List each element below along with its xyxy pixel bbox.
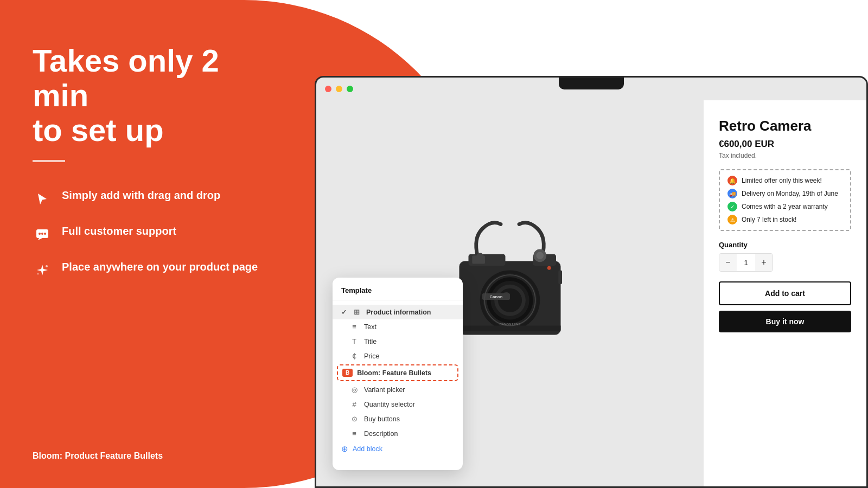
svg-point-4 [46, 265, 48, 267]
laptop-content: Canon CANON LE [316, 100, 866, 486]
template-panel-title: Template [333, 286, 463, 300]
product-info-sidebar: Retro Camera €600,00 EUR Tax included. 🔔… [704, 100, 866, 486]
chat-icon [33, 225, 52, 245]
text-lines-icon: ≡ [350, 323, 359, 331]
quantity-value: 1 [737, 259, 755, 267]
quantity-icon: # [350, 400, 359, 408]
bullet-delivery: 🚚 Delivery on Monday, 19th of June [727, 189, 843, 198]
quantity-increase-button[interactable]: + [755, 254, 773, 271]
bullet-text-warranty: Comes with a 2 year warranty [742, 203, 828, 210]
svg-point-14 [498, 288, 522, 312]
tax-included-text: Tax included. [719, 152, 851, 159]
svg-point-20 [536, 252, 544, 260]
window-dot-yellow [336, 86, 342, 92]
bloom-label: Bloom: Product Feature Bullets [33, 451, 163, 461]
quantity-label: Quantity [719, 241, 851, 249]
feature-text-support: Full customer support [62, 224, 176, 238]
feature-text-drag-drop: Simply add with drag and drop [62, 188, 220, 202]
product-price: €600,00 EUR [719, 139, 851, 150]
description-icon: ≡ [350, 429, 359, 438]
svg-point-2 [41, 233, 43, 235]
check-icon: ✓ [341, 309, 347, 316]
feature-item-drag-drop: Simply add with drag and drop [33, 188, 271, 209]
svg-text:Canon: Canon [490, 294, 503, 299]
feature-bullets-box: 🔔 Limited offer only this week! 🚚 Delive… [719, 169, 851, 231]
bullet-warranty: ✓ Comes with a 2 year warranty [727, 202, 843, 211]
price-icon: ₵ [350, 352, 359, 360]
add-to-cart-button[interactable]: Add to cart [719, 281, 851, 305]
headline-line2: to set up [33, 112, 164, 147]
template-item-quantity-selector[interactable]: # Quantity selector [333, 397, 463, 412]
headline-divider [33, 160, 65, 162]
bullet-text-stock: Only 7 left in stock! [742, 216, 796, 223]
variant-picker-label: Variant picker [364, 386, 405, 394]
title-icon: T [350, 337, 359, 345]
left-panel: Takes only 2 min to set up Simply add wi… [0, 0, 304, 488]
bullet-icon-delivery: 🚚 [727, 189, 737, 198]
quantity-control: − 1 + [719, 253, 773, 272]
template-panel: Template ✓ ⊞ Product information ≡ Text [333, 278, 463, 470]
svg-rect-22 [558, 271, 562, 285]
template-item-text[interactable]: ≡ Text [333, 319, 463, 334]
bullet-icon-stock: ⚠ [727, 215, 737, 224]
title-label: Title [364, 338, 376, 345]
add-block-label: Add block [353, 445, 382, 453]
sparkle-icon [33, 261, 52, 280]
template-item-buy-buttons[interactable]: ⊙ Buy buttons [333, 412, 463, 426]
feature-item-support: Full customer support [33, 224, 271, 245]
buy-buttons-label: Buy buttons [364, 415, 400, 423]
template-items-list: ✓ ⊞ Product information ≡ Text T Tit [333, 300, 463, 461]
window-dot-green [347, 86, 353, 92]
headline-line1: Takes only 2 min [33, 43, 219, 113]
svg-point-1 [39, 233, 41, 235]
bullet-text-limited-offer: Limited offer only this week! [742, 177, 822, 184]
bullet-icon-limited-offer: 🔔 [727, 176, 737, 185]
template-item-description[interactable]: ≡ Description [333, 426, 463, 441]
svg-point-3 [44, 233, 46, 235]
svg-point-23 [547, 266, 551, 270]
feature-text-anywhere: Place anywhere on your product page [62, 260, 258, 274]
text-label: Text [364, 323, 376, 331]
template-item-variant-picker[interactable]: ◎ Variant picker [333, 382, 463, 397]
price-label: Price [364, 352, 379, 360]
template-item-bloom-feature-bullets[interactable]: B Bloom: Feature Bullets [337, 364, 458, 381]
laptop-mockup: Canon CANON LE [304, 76, 868, 488]
svg-rect-24 [459, 326, 561, 331]
laptop-topbar [316, 78, 866, 100]
grid-icon: ⊞ [352, 308, 361, 316]
laptop-frame: Canon CANON LE [315, 76, 868, 488]
template-item-product-information[interactable]: ✓ ⊞ Product information [333, 305, 463, 319]
laptop-notch [559, 78, 624, 89]
product-information-label: Product information [366, 309, 431, 316]
bullet-icon-warranty: ✓ [727, 202, 737, 211]
bullet-limited-offer: 🔔 Limited offer only this week! [727, 176, 843, 185]
svg-text:CANON LENS: CANON LENS [500, 323, 521, 326]
product-image-area: Canon CANON LE [316, 100, 704, 486]
svg-rect-21 [472, 255, 485, 264]
bullet-text-delivery: Delivery on Monday, 19th of June [742, 190, 838, 197]
quantity-decrease-button[interactable]: − [719, 254, 737, 271]
product-name: Retro Camera [719, 118, 851, 134]
buy-buttons-icon: ⊙ [350, 415, 359, 423]
add-block-plus-icon: ⊕ [341, 444, 348, 454]
quantity-selector-label: Quantity selector [364, 401, 415, 408]
bullet-stock: ⚠ Only 7 left in stock! [727, 215, 843, 224]
cursor-icon [33, 189, 52, 209]
window-dot-red [325, 86, 331, 92]
template-item-title[interactable]: T Title [333, 334, 463, 349]
svg-point-5 [37, 273, 39, 275]
feature-list: Simply add with drag and drop Full custo… [33, 188, 271, 280]
description-label: Description [364, 430, 398, 438]
main-headline: Takes only 2 min to set up [33, 43, 271, 147]
feature-item-anywhere: Place anywhere on your product page [33, 260, 271, 280]
variant-icon: ◎ [350, 386, 359, 394]
bloom-badge: B [342, 369, 353, 377]
buy-now-button[interactable]: Buy it now [719, 311, 851, 332]
add-block-button[interactable]: ⊕ Add block [333, 441, 463, 457]
bloom-feature-bullets-label: Bloom: Feature Bullets [357, 369, 431, 377]
template-item-price[interactable]: ₵ Price [333, 349, 463, 363]
